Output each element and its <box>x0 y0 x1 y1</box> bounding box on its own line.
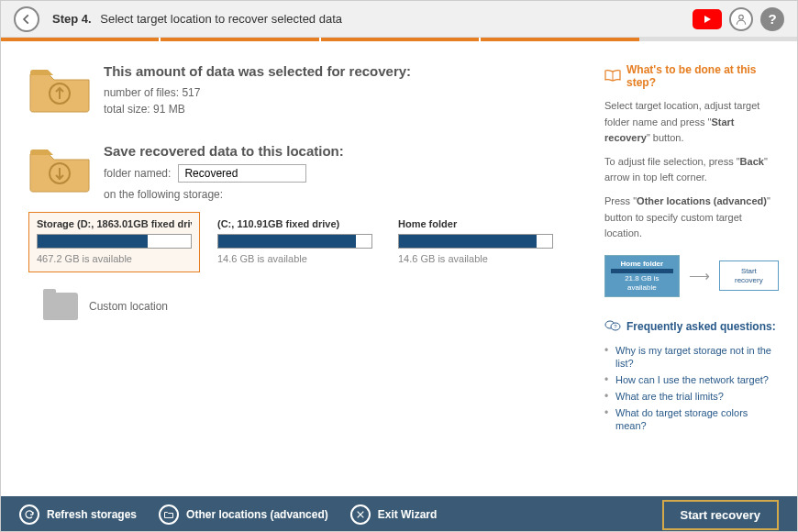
user-button[interactable] <box>729 7 753 31</box>
faq-item: What are the trial limits? <box>604 390 779 403</box>
folder-name-input[interactable] <box>178 164 306 183</box>
storage-label: on the following storage: <box>104 186 586 203</box>
faq-link[interactable]: What are the trial limits? <box>615 391 724 402</box>
start-label: Start recovery <box>681 508 760 522</box>
storage-card[interactable]: (C:, 110.91GB fixed drive) 14.6 GB is av… <box>209 212 381 272</box>
faq-link[interactable]: How can I use the network target? <box>615 374 769 385</box>
exit-wizard-button[interactable]: Exit Wizard <box>350 504 438 525</box>
question-icon: ? <box>604 319 621 335</box>
help-panel: What's to be done at this step? Select t… <box>604 63 779 297</box>
save-location-section: Save recovered data to this location: fo… <box>28 143 586 203</box>
arrow-right-icon: ⟶ <box>689 264 710 288</box>
footer-bar: Refresh storages Other locations (advanc… <box>1 496 797 532</box>
header-bar: Step 4. Select target location to recove… <box>1 1 797 38</box>
exit-label: Exit Wizard <box>378 508 438 521</box>
storage-available: 14.6 GB is available <box>398 253 553 264</box>
help-button[interactable]: ? <box>760 7 784 31</box>
refresh-icon <box>19 504 39 525</box>
step-title: Step 4. Select target location to recove… <box>52 12 342 26</box>
folder-icon <box>159 504 179 525</box>
hint-storage-box: Home folder 21.8 GB is available <box>604 255 680 297</box>
step-description: Select target location to recover select… <box>100 12 342 26</box>
step-number: Step 4. <box>52 12 92 26</box>
storage-usage-bar <box>217 234 372 249</box>
folder-down-icon <box>28 143 91 193</box>
play-icon <box>703 15 712 24</box>
save-title: Save recovered data to this location: <box>104 143 586 159</box>
folder-icon <box>43 293 78 320</box>
custom-location-label: Custom location <box>89 300 168 313</box>
start-recovery-button[interactable]: Start recovery <box>662 500 779 530</box>
storage-available: 467.2 GB is available <box>37 253 192 264</box>
storage-card[interactable]: Storage (D:, 1863.01GB fixed drive) 467.… <box>28 212 200 272</box>
storage-card[interactable]: Home folder 14.6 GB is available <box>390 212 561 272</box>
youtube-button[interactable] <box>693 9 722 29</box>
faq-title: Frequently asked questions: <box>626 320 776 333</box>
user-icon <box>735 13 748 26</box>
files-count-line: number of files: 517 <box>104 84 586 101</box>
refresh-storages-button[interactable]: Refresh storages <box>19 504 137 525</box>
selected-title: This amount of data was selected for rec… <box>104 63 586 79</box>
faq-link[interactable]: Why is my target storage not in the list… <box>615 345 771 369</box>
faq-link[interactable]: What do target storage colors mean? <box>615 407 748 431</box>
faq-panel: ? Frequently asked questions: Why is my … <box>604 319 779 432</box>
folder-up-icon <box>28 63 91 113</box>
storage-usage-bar <box>37 234 192 249</box>
faq-item: What do target storage colors mean? <box>604 406 779 432</box>
refresh-label: Refresh storages <box>47 508 137 521</box>
book-icon <box>604 69 621 84</box>
hint-start-box: Start recovery <box>719 260 779 291</box>
hint-illustration: Home folder 21.8 GB is available ⟶ Start… <box>604 255 779 297</box>
storage-usage-bar <box>398 234 553 249</box>
svg-point-0 <box>739 15 744 19</box>
total-size-line: total size: 91 MB <box>104 101 586 117</box>
storage-name: Home folder <box>398 218 553 229</box>
selected-data-section: This amount of data was selected for rec… <box>28 63 586 117</box>
custom-location-button[interactable]: Custom location <box>43 293 586 320</box>
storage-name: Storage (D:, 1863.01GB fixed drive) <box>37 218 192 229</box>
help-title: What's to be done at this step? <box>626 63 779 89</box>
other-locations-button[interactable]: Other locations (advanced) <box>159 504 328 525</box>
close-icon <box>350 504 371 525</box>
faq-list: Why is my target storage not in the list… <box>604 344 779 432</box>
faq-item: How can I use the network target? <box>604 373 779 386</box>
storage-name: (C:, 110.91GB fixed drive) <box>217 218 372 229</box>
arrow-left-icon <box>20 13 33 26</box>
faq-item: Why is my target storage not in the list… <box>604 344 779 370</box>
folder-name-label: folder named: <box>104 167 171 180</box>
storage-available: 14.6 GB is available <box>217 253 372 264</box>
storage-list: Storage (D:, 1863.01GB fixed drive) 467.… <box>28 212 586 272</box>
other-label: Other locations (advanced) <box>186 508 328 521</box>
back-button[interactable] <box>14 6 39 32</box>
